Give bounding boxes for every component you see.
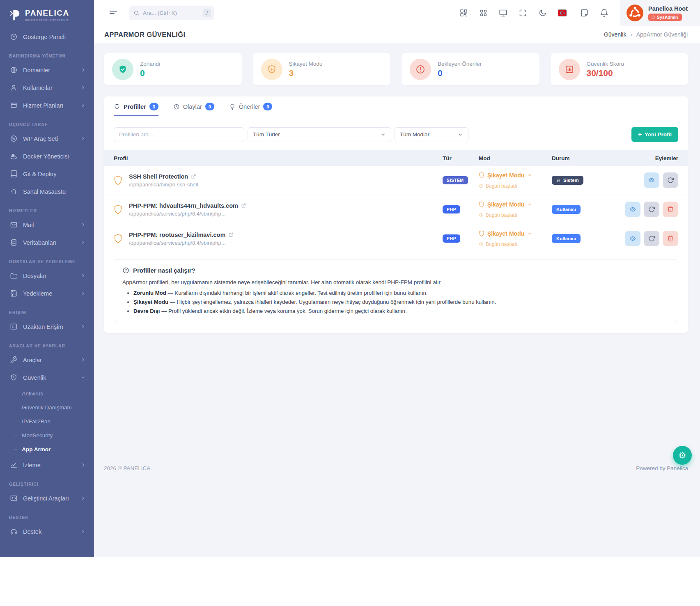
shield-icon: [10, 374, 18, 381]
qr-scan-button[interactable]: [459, 9, 468, 17]
sidebar-subitem-antivirus[interactable]: – Antivirüs: [0, 386, 94, 400]
global-search[interactable]: /: [129, 6, 214, 20]
mail-icon: [10, 221, 18, 229]
delete-profile-button[interactable]: [663, 202, 678, 217]
bar-chart-icon: [559, 59, 580, 80]
sidebar-subitem-app-armor[interactable]: – App Armor: [0, 442, 94, 456]
display-button[interactable]: [499, 9, 507, 17]
sidebar-item-developer-tools[interactable]: Geliştirici Araçları: [0, 489, 94, 507]
wordpress-icon: W: [10, 135, 18, 142]
tab-profiles[interactable]: Profiller 3: [114, 103, 158, 116]
moon-icon: [538, 9, 547, 17]
sidebar-item-mail[interactable]: Mail: [0, 216, 94, 234]
mode-filter-select[interactable]: Tüm Modlar: [395, 127, 468, 142]
table-header: Profil Tür Mod Durum Eylemler: [104, 150, 688, 166]
mode-dropdown[interactable]: Şikayet Modu: [479, 172, 532, 179]
profile-name-link[interactable]: PHP-FPM: hdvaults44rn_hdvaults.com: [129, 202, 246, 209]
lock-icon: [556, 178, 561, 183]
reload-profile-button[interactable]: [663, 172, 678, 188]
fullscreen-button[interactable]: [519, 9, 527, 17]
dark-mode-button[interactable]: [538, 9, 547, 17]
profile-path: /opt/panelica/services/php/8.4/sbin/php.…: [129, 240, 234, 246]
sidebar-subitem-security-advisor[interactable]: – Güvenlik Danışmanı: [0, 400, 94, 414]
reload-profile-button[interactable]: [644, 231, 659, 246]
brand-name: PANELICA: [25, 9, 69, 18]
docker-icon: [10, 152, 18, 160]
status-badge: Kullanıcı: [552, 205, 581, 214]
sidebar-subitem-modsecurity[interactable]: – ModSecurity: [0, 428, 94, 442]
brand-logo[interactable]: PANELICA isolated contol architecture: [0, 0, 94, 28]
profile-path: /opt/panelica/services/php/8.4/sbin/php.…: [129, 211, 246, 217]
status-badge: Sistem: [552, 176, 583, 185]
reload-profile-button[interactable]: [644, 202, 659, 217]
profile-shield-icon: [114, 204, 122, 215]
turkish-flag-icon: [558, 9, 567, 17]
sidebar-item-monitoring[interactable]: İzleme: [0, 456, 94, 474]
sidebar-item-databases[interactable]: Veritabanları: [0, 234, 94, 251]
chevron-down-icon: [527, 202, 532, 207]
external-link-icon[interactable]: [228, 232, 234, 237]
global-search-input[interactable]: [143, 10, 200, 16]
mode-note: Bugün başladı: [479, 183, 552, 189]
sidebar-item-virtual-desktop[interactable]: Sanal Masaüstü: [0, 183, 94, 200]
sidebar-item-dashboard[interactable]: Gösterge Paneli: [0, 28, 94, 46]
sidebar-item-security[interactable]: Güvenlik: [0, 369, 94, 386]
plus-icon: +: [638, 131, 642, 138]
shield-icon: [114, 103, 120, 110]
fullscreen-icon: [519, 9, 527, 17]
view-profile-button[interactable]: [644, 172, 659, 188]
chevron-right-icon: [80, 357, 86, 363]
sidebar-item-domains[interactable]: Domainler: [0, 61, 94, 79]
sidebar-item-backup[interactable]: Yedekleme: [0, 285, 94, 302]
notifications-button[interactable]: [600, 9, 608, 17]
sidebar-section-tools-settings: ARAÇLAR VE AYARLAR: [0, 335, 94, 351]
sidebar-item-tools[interactable]: Araçlar: [0, 351, 94, 369]
language-button[interactable]: [558, 9, 569, 17]
code-icon: [10, 494, 18, 502]
tab-count-badge: 0: [263, 103, 272, 110]
sidebar-item-wp-toolkit[interactable]: W WP Araç Seti: [0, 130, 94, 147]
external-link-icon[interactable]: [241, 203, 246, 208]
profile-path: /opt/panelica/bin/pn-ssh-shell: [129, 181, 198, 188]
user-icon: [10, 84, 18, 92]
breadcrumb-parent[interactable]: Güvenlik: [604, 31, 626, 38]
hamburger-menu-button[interactable]: [109, 8, 118, 18]
view-profile-button[interactable]: [625, 231, 640, 246]
sidebar-item-docker[interactable]: Docker Yöneticisi: [0, 147, 94, 165]
sidebar-item-files[interactable]: Dosyalar: [0, 267, 94, 285]
status-badge: Kullanıcı: [552, 234, 581, 243]
profile-name-link[interactable]: PHP-FPM: rootuser_kizilmavi.com: [129, 232, 234, 238]
delete-profile-button[interactable]: [663, 231, 678, 246]
sidebar-item-users[interactable]: Kullanıcılar: [0, 79, 94, 96]
sidebar-item-git-deploy[interactable]: Git & Deploy: [0, 165, 94, 183]
sidebar-section-hosting: BARINDIRMA YÖNETIMI: [0, 46, 94, 61]
info-intro: AppArmor profilleri, her uygulamanın sis…: [122, 279, 670, 285]
user-name: Panelica Root: [648, 5, 688, 12]
panelica-logo-icon: [9, 8, 21, 22]
new-profile-button[interactable]: + Yeni Profil: [631, 127, 678, 142]
page-title: APPARMOR GÜVENLIĞI: [104, 31, 186, 39]
clock-icon: [479, 242, 484, 247]
type-filter-select[interactable]: Tüm Türler: [248, 127, 391, 142]
external-link-icon[interactable]: [191, 174, 196, 179]
tab-suggestions[interactable]: Öneriler 0: [229, 103, 273, 116]
monitor-icon: [499, 9, 507, 17]
profile-name-link[interactable]: SSH Shell Protection: [129, 173, 198, 180]
sidebar-item-support[interactable]: Destek: [0, 523, 94, 540]
tab-events[interactable]: Olaylar 0: [173, 103, 214, 116]
profile-search-input[interactable]: [114, 127, 244, 142]
sidebar-item-remote-access[interactable]: Uzaktan Erişim: [0, 318, 94, 335]
settings-fab-button[interactable]: ⚙: [673, 446, 692, 465]
sidebar-subitem-ip-fail2ban[interactable]: – IP/Fail2Ban: [0, 414, 94, 428]
mode-dropdown[interactable]: Şikayet Modu: [479, 201, 532, 208]
brand-tagline: isolated contol architecture: [25, 18, 69, 22]
sidebar-item-plans[interactable]: Hizmet Planları: [0, 96, 94, 114]
stat-value: 3: [289, 68, 323, 78]
view-profile-button[interactable]: [625, 202, 640, 217]
user-menu[interactable]: Panelica Root SysAdmin: [620, 0, 700, 26]
apps-button[interactable]: [479, 9, 488, 17]
type-badge: PHP: [443, 234, 460, 243]
mode-dropdown[interactable]: Şikayet Modu: [479, 230, 532, 237]
notes-button[interactable]: [580, 9, 589, 17]
trash-icon: [667, 206, 674, 213]
